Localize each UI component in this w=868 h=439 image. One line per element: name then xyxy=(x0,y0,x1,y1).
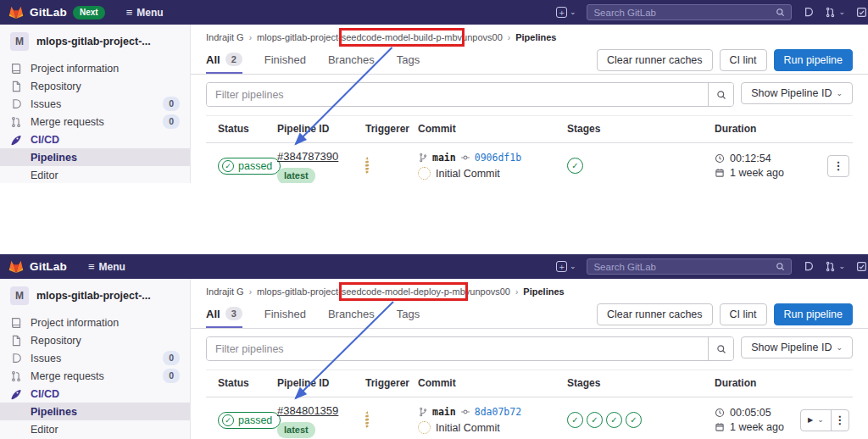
tab-all[interactable]: All 2 xyxy=(206,47,242,74)
triggerer-avatar[interactable] xyxy=(365,411,369,429)
sidebar-item-pipelines[interactable]: Pipelines xyxy=(0,403,190,420)
stage-passed-icon[interactable]: ✓ xyxy=(567,158,583,174)
pipeline-tabs: All 2 Finished Branches Tags Clear runne… xyxy=(191,47,868,75)
pipeline-id-link[interactable]: #384801359 xyxy=(277,404,338,417)
sidebar-item-merge-requests[interactable]: Merge requests 0 xyxy=(0,367,190,385)
age-value: 1 week ago xyxy=(730,167,784,179)
tab-finished[interactable]: Finished xyxy=(264,47,306,74)
navbar-right: ＋ ⌄ ⌄ xyxy=(556,258,860,275)
menu-button[interactable]: ≡ Menu xyxy=(88,261,125,273)
run-pipeline-button[interactable]: Run pipeline xyxy=(774,49,854,71)
run-pipeline-button[interactable]: Run pipeline xyxy=(774,303,854,325)
todos-icon[interactable] xyxy=(856,7,867,18)
sidebar-item-issues[interactable]: Issues 0 xyxy=(0,95,190,113)
chevron-down-icon: ⌄ xyxy=(570,8,576,16)
tab-all[interactable]: All 3 xyxy=(206,301,242,328)
filter-box xyxy=(206,336,734,361)
stage-passed-icon[interactable]: ✓ xyxy=(626,412,642,428)
stage-passed-icon[interactable]: ✓ xyxy=(567,412,583,428)
commit-sha-link[interactable]: 0906df1b xyxy=(475,152,521,164)
issues-count-badge: 0 xyxy=(163,351,180,365)
sidebar-item-repository[interactable]: Repository xyxy=(0,77,190,95)
commit-message-link[interactable]: Initial Commit xyxy=(436,422,500,434)
sidebar-item-issues[interactable]: Issues 0 xyxy=(0,349,190,367)
filter-pipelines-input[interactable] xyxy=(207,337,708,360)
search-input[interactable] xyxy=(593,262,771,272)
next-badge: Next xyxy=(73,6,105,19)
breadcrumb-project[interactable]: mlops-gitlab-project-seedcode-model-buil… xyxy=(257,32,503,42)
status-badge-passed[interactable]: ✓ passed xyxy=(218,412,281,429)
breadcrumb-project[interactable]: mlops-gitlab-project-seedcode-model-depl… xyxy=(257,286,510,297)
todos-icon[interactable] xyxy=(856,261,867,272)
row-kebab-menu-button[interactable]: ⋮ xyxy=(832,410,849,431)
tab-tags[interactable]: Tags xyxy=(397,47,420,74)
breadcrumb: Indrajit G › mlops-gitlab-project-seedco… xyxy=(191,279,868,301)
pipeline-id-link[interactable]: #384787390 xyxy=(277,150,338,163)
new-item-dropdown[interactable]: ＋ ⌄ xyxy=(556,261,576,272)
triggerer-avatar[interactable] xyxy=(365,157,369,175)
sidebar-item-pipelines[interactable]: Pipelines xyxy=(0,148,190,166)
issues-shortcut-icon[interactable] xyxy=(803,7,814,18)
sidebar-item-repository[interactable]: Repository xyxy=(0,331,190,349)
tab-tags[interactable]: Tags xyxy=(397,301,420,328)
header-stages: Stages xyxy=(567,377,715,389)
clear-runner-caches-button[interactable]: Clear runner caches xyxy=(597,49,713,71)
row-kebab-menu-button[interactable]: ⋮ xyxy=(827,155,849,177)
tab-branches[interactable]: Branches xyxy=(328,47,375,74)
stage-passed-icon[interactable]: ✓ xyxy=(606,412,622,428)
header-duration: Duration xyxy=(715,123,800,135)
filter-pipelines-input[interactable] xyxy=(207,83,708,106)
chevron-down-icon: ⌄ xyxy=(838,8,845,16)
status-badge-passed[interactable]: ✓ passed xyxy=(218,158,281,175)
sidebar-item-project-information[interactable]: Project information xyxy=(0,59,190,77)
issues-icon xyxy=(10,98,23,110)
filter-row: Show Pipeline ID ⌄ xyxy=(206,82,853,107)
branch-name-link[interactable]: main xyxy=(432,152,456,164)
sidebar-item-project-information[interactable]: Project information xyxy=(0,314,190,331)
search-icon xyxy=(716,344,726,354)
sidebar-item-cicd[interactable]: CI/CD xyxy=(0,131,190,148)
filter-search-button[interactable] xyxy=(708,337,733,360)
breadcrumb-user[interactable]: Indrajit G xyxy=(206,286,244,297)
project-name-suffix: unpovs00 xyxy=(462,32,503,42)
manual-action-dropdown[interactable]: ▶ ⌄ xyxy=(801,410,831,431)
project-context[interactable]: M mlops-gitlab-project-... xyxy=(0,25,190,56)
breadcrumb-user[interactable]: Indrajit G xyxy=(206,32,244,42)
breadcrumb: Indrajit G › mlops-gitlab-project-seedco… xyxy=(191,25,868,47)
breadcrumb-separator: › xyxy=(249,287,252,297)
show-pipeline-id-dropdown[interactable]: Show Pipeline ID ⌄ xyxy=(741,336,853,358)
breadcrumb-separator: › xyxy=(515,287,518,297)
sidebar-item-merge-requests[interactable]: Merge requests 0 xyxy=(0,113,190,131)
merge-requests-shortcut[interactable]: ⌄ xyxy=(825,7,845,18)
breadcrumb-current[interactable]: Pipelines xyxy=(523,286,564,297)
clear-runner-caches-button[interactable]: Clear runner caches xyxy=(597,303,713,325)
branch-name-link[interactable]: main xyxy=(432,406,456,418)
breadcrumb-current[interactable]: Pipelines xyxy=(515,32,556,42)
sidebar-item-editor[interactable]: Editor xyxy=(0,420,190,438)
new-item-dropdown[interactable]: ＋ ⌄ xyxy=(556,7,576,18)
commit-message-link[interactable]: Initial Commit xyxy=(436,168,500,180)
gitlab-wordmark[interactable]: GitLab xyxy=(30,6,67,19)
navbar-left: GitLab ≡ Menu xyxy=(8,259,125,274)
show-pipeline-id-dropdown[interactable]: Show Pipeline ID ⌄ xyxy=(741,82,853,104)
commit-sha-link[interactable]: 8da07b72 xyxy=(475,406,521,418)
gitlab-wordmark[interactable]: GitLab xyxy=(30,260,67,273)
merge-requests-shortcut[interactable]: ⌄ xyxy=(825,261,845,272)
ci-lint-button[interactable]: CI lint xyxy=(720,49,767,71)
merge-request-icon xyxy=(10,370,23,382)
sidebar-item-cicd[interactable]: CI/CD xyxy=(0,385,190,403)
filter-search-button[interactable] xyxy=(708,83,733,106)
header-duration: Duration xyxy=(715,377,800,389)
project-context[interactable]: M mlops-gitlab-project-... xyxy=(0,279,190,310)
gitlab-logo-icon[interactable] xyxy=(8,259,24,274)
search-input[interactable] xyxy=(593,8,771,18)
menu-button[interactable]: ≡ Menu xyxy=(126,7,164,19)
commit-icon xyxy=(460,407,470,417)
stage-passed-icon[interactable]: ✓ xyxy=(587,412,603,428)
tab-finished[interactable]: Finished xyxy=(264,301,306,328)
sidebar-item-editor[interactable]: Editor xyxy=(0,166,190,183)
issues-shortcut-icon[interactable] xyxy=(803,261,814,272)
ci-lint-button[interactable]: CI lint xyxy=(720,303,767,325)
tab-branches[interactable]: Branches xyxy=(328,301,375,328)
gitlab-logo-icon[interactable] xyxy=(8,5,24,19)
